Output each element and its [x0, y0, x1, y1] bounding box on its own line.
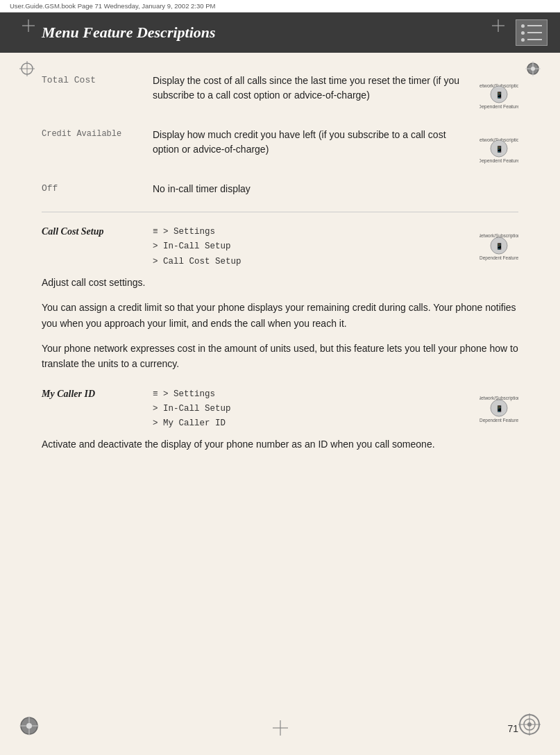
svg-text:Dependent Feature: Dependent Feature: [480, 104, 518, 110]
call-cost-para2: You can assign a credit limit so that yo…: [42, 300, 518, 331]
call-cost-menu-path-line3: > Call Cost Setup: [153, 255, 473, 269]
svg-text:Dependent Feature: Dependent Feature: [480, 158, 518, 164]
divider: [42, 212, 518, 212]
page: User.Guide.GSM.book Page 71 Wednesday, J…: [0, 0, 560, 755]
my-caller-id-para1: Activate and deactivate the display of y…: [42, 436, 518, 452]
credit-available-label: Credit Available: [42, 128, 153, 139]
corner-bl-icon: [19, 716, 39, 736]
page-number: 71: [507, 723, 518, 734]
call-cost-para3-text: Your phone network expresses cost in the…: [42, 341, 518, 372]
off-label: Off: [42, 182, 153, 194]
corner-br-icon: [518, 713, 541, 736]
my-caller-id-network-icon: Network/Subscription 📱 Dependent Feature: [480, 387, 518, 426]
file-info-text: User.Guide.GSM.book Page 71 Wednesday, J…: [10, 2, 215, 10]
file-info-bar: User.Guide.GSM.book Page 71 Wednesday, J…: [0, 0, 560, 12]
svg-text:📱: 📱: [495, 91, 504, 99]
call-cost-menu-path-line1: ≡ > Settings: [153, 225, 473, 239]
header-bar: Menu Feature Descriptions: [0, 12, 560, 53]
total-cost-network-icon: Network/Subscription 📱 Dependent Feature: [480, 74, 518, 112]
credit-available-network-icon: Network/Subscription 📱 Dependent Feature: [480, 128, 518, 167]
call-cost-setup-label: Call Cost Setup: [42, 225, 153, 237]
header-menu-icon: [516, 19, 548, 46]
svg-text:📱: 📱: [495, 145, 504, 153]
svg-point-14: [26, 723, 32, 729]
credit-available-description: Display how much credit you have left (i…: [153, 128, 473, 157]
crosshair-top-left-icon: [22, 19, 35, 32]
my-caller-id-entry: My Caller ID ≡ > Settings > In-Call Setu…: [42, 387, 518, 432]
svg-text:Dependent Feature: Dependent Feature: [480, 418, 518, 423]
call-cost-menu-path-line2: > In-Call Setup: [153, 239, 473, 254]
credit-available-entry: Credit Available Display how much credit…: [42, 128, 518, 167]
off-entry: Off No in-call timer display: [42, 182, 518, 196]
call-cost-para1-text: Adjust call cost settings.: [42, 275, 518, 290]
main-content: Total Cost Display the cost of all calls…: [0, 53, 560, 490]
my-caller-id-menu-path: ≡ > Settings > In-Call Setup > My Caller…: [153, 387, 473, 432]
call-cost-setup-entry: Call Cost Setup ≡ > Settings > In-Call S…: [42, 225, 518, 269]
call-cost-para3: Your phone network expresses cost in the…: [42, 341, 518, 372]
call-cost-para2-text: You can assign a credit limit so that yo…: [42, 300, 518, 331]
call-cost-setup-menu-path: ≡ > Settings > In-Call Setup > Call Cost…: [153, 225, 473, 269]
crosshair-top-right-icon: [492, 19, 504, 32]
total-cost-entry: Total Cost Display the cost of all calls…: [42, 74, 518, 112]
svg-text:Dependent Feature: Dependent Feature: [480, 255, 518, 261]
my-caller-id-label: My Caller ID: [42, 387, 153, 400]
svg-text:📱: 📱: [495, 405, 504, 413]
crosshair-bottom-center-icon: [273, 720, 288, 736]
header-title: Menu Feature Descriptions: [42, 24, 216, 42]
my-caller-id-path-line2: > In-Call Setup: [153, 402, 473, 416]
total-cost-label: Total Cost: [42, 74, 153, 85]
my-caller-id-path-line3: > My Caller ID: [153, 416, 473, 431]
call-cost-network-icon: Network/Subscription 📱 Dependent Feature: [480, 225, 518, 264]
svg-text:📱: 📱: [495, 242, 504, 251]
my-caller-id-path-line1: ≡ > Settings: [153, 387, 473, 402]
call-cost-para1: Adjust call cost settings.: [42, 275, 518, 290]
my-caller-id-para1-text: Activate and deactivate the display of y…: [42, 436, 518, 452]
total-cost-description: Display the cost of all calls since the …: [153, 74, 473, 103]
off-description: No in-call timer display: [153, 182, 518, 196]
